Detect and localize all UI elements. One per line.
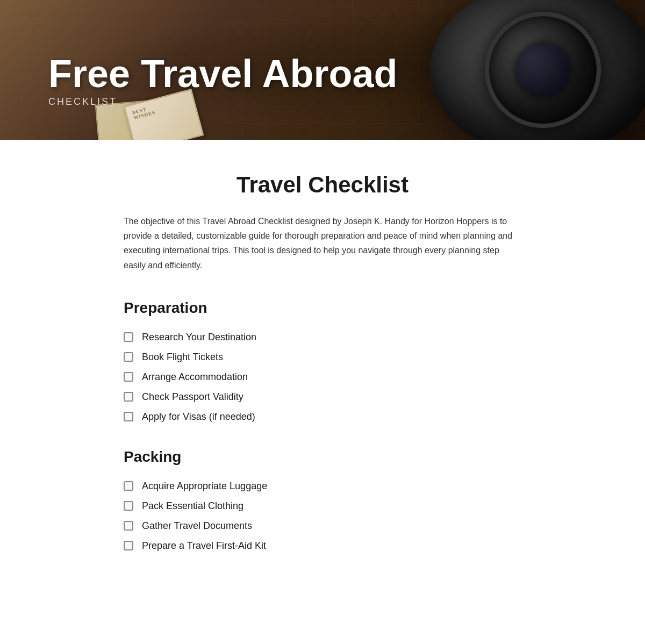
hero-section: Free Travel Abroad CHECKLIST — [0, 0, 645, 140]
list-item: Acquire Appropriate Luggage — [124, 476, 521, 496]
checkbox[interactable] — [124, 332, 133, 342]
hero-camera-decoration — [430, 0, 645, 140]
checkbox[interactable] — [124, 481, 133, 491]
checklist-item-label: Pack Essential Clothing — [142, 500, 243, 512]
list-item: Research Your Destination — [124, 327, 521, 347]
checkbox[interactable] — [124, 541, 133, 550]
section-title-packing: Packing — [124, 448, 521, 466]
checkbox[interactable] — [124, 392, 133, 402]
checklist-item-label: Check Passport Validity — [142, 391, 243, 403]
checklist-list-preparation: Research Your DestinationBook Flight Tic… — [124, 327, 521, 427]
list-item: Arrange Accommodation — [124, 367, 521, 387]
checklist-item-label: Prepare a Travel First-Aid Kit — [142, 540, 266, 552]
checkbox[interactable] — [124, 501, 133, 511]
checkbox[interactable] — [124, 412, 133, 421]
list-item: Pack Essential Clothing — [124, 496, 521, 516]
list-item: Check Passport Validity — [124, 387, 521, 407]
main-content: Travel Checklist The objective of this T… — [81, 140, 564, 610]
hero-title: Free Travel Abroad — [48, 54, 398, 93]
list-item: Book Flight Tickets — [124, 347, 521, 367]
checklist-list-packing: Acquire Appropriate LuggagePack Essentia… — [124, 476, 521, 556]
hero-text-block: Free Travel Abroad CHECKLIST — [48, 54, 398, 108]
checklist-item-label: Book Flight Tickets — [142, 352, 223, 363]
hero-subtitle: CHECKLIST — [48, 96, 398, 108]
list-item: Prepare a Travel First-Aid Kit — [124, 536, 521, 556]
section-packing: PackingAcquire Appropriate LuggagePack E… — [124, 448, 521, 556]
checkbox[interactable] — [124, 372, 133, 382]
checklist-item-label: Gather Travel Documents — [142, 520, 252, 532]
section-preparation: PreparationResearch Your DestinationBook… — [124, 299, 521, 427]
list-item: Gather Travel Documents — [124, 516, 521, 536]
checklist-item-label: Acquire Appropriate Luggage — [142, 481, 267, 492]
checklist-item-label: Research Your Destination — [142, 332, 256, 343]
checklist-item-label: Arrange Accommodation — [142, 371, 248, 383]
checklist-item-label: Apply for Visas (if needed) — [142, 411, 255, 423]
page-description: The objective of this Travel Abroad Chec… — [124, 214, 521, 273]
page-title: Travel Checklist — [124, 172, 521, 198]
checklist-sections: PreparationResearch Your DestinationBook… — [124, 299, 521, 556]
checkbox[interactable] — [124, 352, 133, 362]
checkbox[interactable] — [124, 521, 133, 531]
section-title-preparation: Preparation — [124, 299, 521, 317]
list-item: Apply for Visas (if needed) — [124, 407, 521, 427]
